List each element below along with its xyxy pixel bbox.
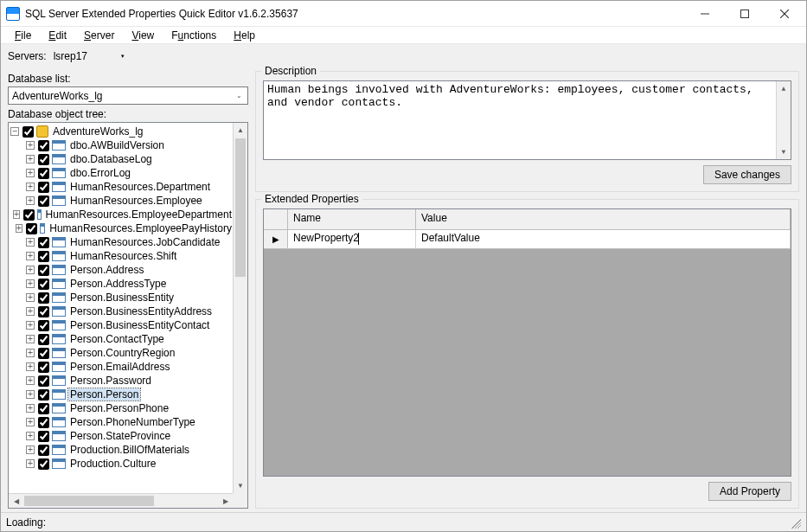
close-button[interactable] bbox=[765, 1, 804, 27]
tree-checkbox[interactable] bbox=[38, 417, 49, 428]
tree-node[interactable]: +Production.Culture bbox=[9, 457, 234, 471]
tree-node[interactable]: +HumanResources.EmployeeDepartment bbox=[9, 208, 234, 221]
expand-icon[interactable]: + bbox=[26, 362, 35, 371]
grid-cell-name[interactable]: NewProperty2 bbox=[288, 230, 416, 249]
minimize-button[interactable] bbox=[685, 1, 725, 27]
tree-checkbox[interactable] bbox=[38, 140, 49, 151]
tree-node[interactable]: +Person.BusinessEntityContact bbox=[9, 318, 234, 332]
tree-checkbox[interactable] bbox=[38, 320, 49, 331]
expand-icon[interactable]: + bbox=[26, 376, 35, 385]
expand-icon[interactable]: + bbox=[26, 432, 35, 440]
tree-checkbox[interactable] bbox=[38, 334, 49, 345]
menu-server[interactable]: Server bbox=[75, 28, 123, 43]
tree-hscrollbar[interactable]: ◀ ▶ bbox=[9, 493, 233, 508]
tree-checkbox[interactable] bbox=[38, 279, 49, 290]
expand-icon[interactable]: + bbox=[26, 321, 35, 330]
tree-checkbox[interactable] bbox=[38, 292, 49, 304]
grid-header-value[interactable]: Value bbox=[416, 209, 791, 230]
expand-icon[interactable]: + bbox=[26, 459, 35, 468]
description-vscrollbar[interactable]: ▲ ▼ bbox=[776, 81, 791, 159]
expand-icon[interactable]: + bbox=[26, 445, 35, 454]
tree-node[interactable]: +Person.BusinessEntityAddress bbox=[9, 304, 234, 318]
tree-checkbox[interactable] bbox=[38, 389, 49, 401]
tree-checkbox[interactable] bbox=[38, 403, 49, 414]
tree-node[interactable]: +HumanResources.Employee bbox=[9, 194, 234, 208]
servers-dropdown[interactable]: lsrep17 ▾ bbox=[50, 49, 128, 63]
tree-node[interactable]: +Person.ContactType bbox=[9, 332, 234, 346]
tree-vscrollbar[interactable]: ▲ ▼ bbox=[233, 123, 247, 493]
tree-checkbox[interactable] bbox=[38, 265, 49, 276]
tree-checkbox[interactable] bbox=[38, 362, 49, 373]
description-textarea[interactable]: Human beings involved with AdventureWork… bbox=[263, 80, 791, 160]
maximize-button[interactable] bbox=[725, 1, 765, 27]
add-property-button[interactable]: Add Property bbox=[708, 482, 791, 501]
tree-node[interactable]: +Person.AddressType bbox=[9, 277, 234, 291]
tree-node[interactable]: +Person.EmailAddress bbox=[9, 360, 234, 374]
expand-icon[interactable]: + bbox=[16, 224, 22, 233]
menu-help[interactable]: Help bbox=[225, 28, 264, 43]
expand-icon[interactable]: + bbox=[26, 335, 35, 343]
expand-icon[interactable]: + bbox=[26, 279, 35, 288]
tree-checkbox[interactable] bbox=[38, 168, 49, 179]
expand-icon[interactable]: + bbox=[13, 210, 20, 219]
properties-grid[interactable]: Name Value ▶ NewProperty2 DefaultValue bbox=[263, 208, 791, 477]
tree-node[interactable]: +Person.Person bbox=[9, 388, 234, 401]
tree-checkbox[interactable] bbox=[26, 223, 37, 234]
tree-node[interactable]: +dbo.DatabaseLog bbox=[9, 152, 234, 166]
expand-icon[interactable]: + bbox=[26, 141, 35, 150]
scroll-left-icon[interactable]: ◀ bbox=[9, 494, 23, 508]
expand-icon[interactable]: + bbox=[26, 155, 35, 163]
row-indicator-icon[interactable]: ▶ bbox=[264, 230, 288, 249]
menu-view[interactable]: View bbox=[123, 28, 163, 43]
tree-node[interactable]: +Person.BusinessEntity bbox=[9, 291, 234, 304]
menu-functions[interactable]: Functions bbox=[163, 28, 225, 43]
tree-checkbox[interactable] bbox=[38, 306, 49, 317]
tree-checkbox[interactable] bbox=[38, 458, 49, 470]
tree-checkbox[interactable] bbox=[23, 209, 35, 221]
collapse-icon[interactable]: − bbox=[10, 127, 19, 136]
tree-node[interactable]: +dbo.ErrorLog bbox=[9, 166, 234, 180]
tree-checkbox[interactable] bbox=[38, 182, 49, 193]
tree-body[interactable]: −AdventureWorks_lg+dbo.AWBuildVersion+db… bbox=[9, 123, 234, 493]
tree-checkbox[interactable] bbox=[38, 348, 49, 359]
tree-node[interactable]: +Person.Password bbox=[9, 374, 234, 388]
tree-node[interactable]: +HumanResources.Shift bbox=[9, 249, 234, 263]
menu-file[interactable]: File bbox=[6, 28, 40, 43]
tree-checkbox[interactable] bbox=[38, 375, 49, 387]
tree-node[interactable]: +Person.PersonPhone bbox=[9, 401, 234, 415]
database-list-combo[interactable]: AdventureWorks_lg ⌄ bbox=[8, 87, 248, 105]
tree-checkbox[interactable] bbox=[38, 431, 49, 442]
resize-grip-icon[interactable] bbox=[789, 516, 801, 529]
expand-icon[interactable]: + bbox=[26, 404, 35, 413]
tree-checkbox[interactable] bbox=[38, 445, 49, 456]
expand-icon[interactable]: + bbox=[26, 169, 35, 177]
tree-node[interactable]: +Person.PhoneNumberType bbox=[9, 415, 234, 429]
grid-header-name[interactable]: Name bbox=[288, 209, 416, 230]
tree-node[interactable]: +HumanResources.EmployeePayHistory bbox=[9, 221, 234, 235]
grid-cell-value[interactable]: DefaultValue bbox=[416, 230, 791, 249]
scroll-up-icon[interactable]: ▲ bbox=[234, 123, 247, 138]
tree-checkbox[interactable] bbox=[38, 251, 49, 262]
expand-icon[interactable]: + bbox=[26, 349, 35, 357]
tree-checkbox[interactable] bbox=[38, 154, 49, 165]
expand-icon[interactable]: + bbox=[26, 183, 35, 191]
expand-icon[interactable]: + bbox=[26, 252, 35, 260]
tree-root[interactable]: −AdventureWorks_lg bbox=[9, 125, 234, 138]
scroll-up-icon[interactable]: ▲ bbox=[777, 81, 791, 96]
grid-corner-cell[interactable] bbox=[264, 209, 288, 230]
expand-icon[interactable]: + bbox=[26, 238, 35, 247]
menu-edit[interactable]: Edit bbox=[40, 28, 75, 43]
grid-row[interactable]: ▶ NewProperty2 DefaultValue bbox=[264, 230, 791, 249]
expand-icon[interactable]: + bbox=[26, 266, 35, 274]
tree-checkbox[interactable] bbox=[38, 195, 49, 207]
expand-icon[interactable]: + bbox=[26, 307, 35, 316]
scroll-right-icon[interactable]: ▶ bbox=[218, 494, 233, 508]
tree-node[interactable]: +Person.StateProvince bbox=[9, 429, 234, 443]
scroll-thumb[interactable] bbox=[235, 138, 246, 277]
tree-node[interactable]: +Production.BillOfMaterials bbox=[9, 443, 234, 457]
expand-icon[interactable]: + bbox=[26, 293, 35, 302]
expand-icon[interactable]: + bbox=[26, 418, 35, 426]
tree-node[interactable]: +HumanResources.JobCandidate bbox=[9, 235, 234, 249]
expand-icon[interactable]: + bbox=[26, 390, 35, 399]
scroll-thumb[interactable] bbox=[24, 496, 154, 506]
